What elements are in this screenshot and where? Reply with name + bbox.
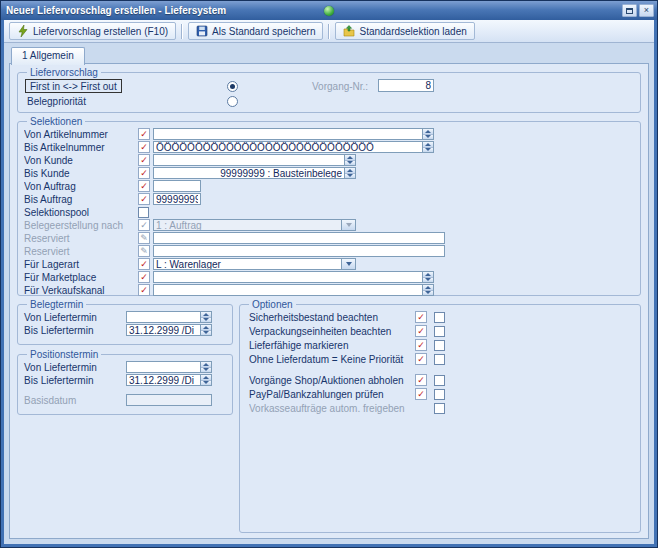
option-checkbox[interactable]	[434, 312, 445, 323]
lagerart-dropdown-button[interactable]	[341, 259, 355, 269]
option-row-paypal: PayPal/Bankzahlungen prüfen ✓	[246, 388, 634, 400]
option-row-shop-auktionen: Vorgänge Shop/Auktionen abholen ✓	[246, 374, 634, 386]
bottom-area: Belegtermin Von Liefertermin Bis Liefert…	[17, 299, 641, 533]
save-as-standard-button[interactable]: Als Standard speichern	[188, 22, 323, 40]
von-kunde-spinner[interactable]	[344, 155, 355, 165]
basisdatum-field	[126, 394, 212, 406]
bis-kunde-spinner[interactable]	[344, 168, 355, 178]
selektionspool-label: Selektionspool	[24, 207, 138, 218]
group-selektionen: Selektionen Von Artikelnummer ✓ Bis Arti…	[17, 116, 641, 296]
selection-check-icon[interactable]: ✓	[138, 167, 150, 179]
option-check-icon[interactable]: ✓	[415, 374, 427, 386]
pos-bis-spinner[interactable]	[200, 375, 211, 385]
pos-von-spinner[interactable]	[200, 362, 211, 372]
marketplace-spinner[interactable]	[422, 272, 433, 282]
option-checkbox[interactable]	[434, 389, 445, 400]
create-delivery-proposal-button[interactable]: Liefervorschlag erstellen (F10)	[9, 22, 176, 40]
von-artikelnummer-spinner[interactable]	[422, 129, 433, 139]
beleg-von-row: Von Liefertermin	[24, 311, 226, 323]
load-standard-selection-label: Standardselektion laden	[359, 26, 466, 37]
von-artikelnummer-input[interactable]	[154, 129, 422, 139]
pos-von-input[interactable]	[127, 362, 200, 372]
option-checkbox[interactable]	[434, 403, 445, 414]
marketplace-input[interactable]	[154, 272, 422, 282]
restore-icon	[626, 8, 633, 14]
reserviert2-label: Reserviert	[24, 246, 138, 257]
beleg-von-field	[126, 311, 212, 323]
selection-check-icon-disabled: ✓	[138, 219, 150, 231]
group-optionen: Optionen Sicherheitsbestand beachten ✓ V…	[239, 299, 641, 533]
selection-check-icon[interactable]: ✓	[138, 141, 150, 153]
bis-artikelnummer-input[interactable]	[154, 142, 422, 152]
selection-check-icon[interactable]: ✓	[138, 271, 150, 283]
priority-radio[interactable]	[227, 96, 238, 107]
fifo-radio[interactable]	[227, 81, 238, 92]
verkaufskanal-label: Für Verkaufskanal	[24, 285, 138, 296]
von-auftrag-field	[153, 180, 201, 192]
window-controls: ×	[622, 4, 654, 17]
selection-check-icon[interactable]: ✓	[138, 258, 150, 270]
selection-check-icon[interactable]: ✓	[138, 193, 150, 205]
reserviert1-field	[153, 232, 445, 244]
option-label: Verpackungseinheiten beachten	[249, 326, 415, 337]
option-row-ohne-lieferdatum: Ohne Lieferdatum = Keine Priorität ✓	[246, 353, 634, 365]
create-delivery-proposal-label: Liefervorschlag erstellen (F10)	[33, 26, 168, 37]
option-check-icon[interactable]: ✓	[415, 325, 427, 337]
toolbar-separator	[181, 24, 183, 39]
von-kunde-label: Von Kunde	[24, 155, 138, 166]
load-folder-icon	[343, 25, 355, 37]
lagerart-input[interactable]	[154, 259, 341, 269]
selection-check-icon[interactable]: ✓	[138, 154, 150, 166]
option-checkbox[interactable]	[434, 375, 445, 386]
option-row-lieferfaehige: Lieferfähige markieren ✓	[246, 339, 634, 351]
option-checkbox[interactable]	[434, 340, 445, 351]
lagerart-label: Für Lagerart	[24, 259, 138, 270]
close-button[interactable]: ×	[639, 4, 654, 17]
von-auftrag-input[interactable]	[154, 181, 200, 191]
group-optionen-title: Optionen	[249, 299, 296, 310]
option-check-icon[interactable]: ✓	[415, 353, 427, 365]
load-standard-selection-button[interactable]: Standardselektion laden	[335, 22, 474, 40]
window-title: Neuer Liefervorschlag erstellen - Liefer…	[6, 5, 226, 16]
reserviert2-input	[154, 246, 444, 256]
selection-check-icon[interactable]: ✓	[138, 180, 150, 192]
basisdatum-input	[127, 395, 211, 405]
marketplace-field	[153, 271, 434, 283]
verkaufskanal-input[interactable]	[154, 285, 422, 295]
von-kunde-row: Von Kunde ✓	[24, 154, 634, 166]
bis-artikelnummer-spinner[interactable]	[422, 142, 433, 152]
option-check-icon[interactable]: ✓	[415, 339, 427, 351]
toolbar: Liefervorschlag erstellen (F10) Als Stan…	[4, 20, 654, 43]
tab-allgemein[interactable]: 1 Allgemein	[11, 47, 85, 65]
title-bar: Neuer Liefervorschlag erstellen - Liefer…	[1, 1, 657, 20]
window-frame: Liefervorschlag erstellen (F10) Als Stan…	[1, 20, 657, 547]
option-checkbox[interactable]	[434, 354, 445, 365]
bis-kunde-input[interactable]	[154, 168, 344, 178]
verkaufskanal-field	[153, 284, 434, 296]
bis-artikelnummer-row: Bis Artikelnummer ✓	[24, 141, 634, 153]
vorgang-nr-input[interactable]	[379, 80, 433, 91]
beleg-bis-input[interactable]	[127, 325, 200, 335]
close-icon: ×	[644, 6, 649, 15]
pos-von-field	[126, 361, 212, 373]
option-check-icon[interactable]: ✓	[415, 311, 427, 323]
selektionspool-checkbox[interactable]	[138, 207, 149, 218]
restore-button[interactable]	[622, 4, 637, 17]
verkaufskanal-spinner[interactable]	[422, 285, 433, 295]
selection-check-icon[interactable]: ✓	[138, 284, 150, 296]
beleg-von-input[interactable]	[127, 312, 200, 322]
pos-bis-row: Bis Liefertermin	[24, 374, 226, 386]
von-kunde-input[interactable]	[154, 155, 344, 165]
bis-auftrag-input[interactable]	[154, 194, 200, 204]
option-check-icon[interactable]: ✓	[415, 388, 427, 400]
beleg-bis-spinner[interactable]	[200, 325, 211, 335]
selection-check-icon[interactable]: ✓	[138, 128, 150, 140]
pos-bis-input[interactable]	[127, 375, 200, 385]
bis-artikelnummer-label: Bis Artikelnummer	[24, 142, 138, 153]
von-artikelnummer-field	[153, 128, 434, 140]
beleg-bis-row: Bis Liefertermin	[24, 324, 226, 336]
beleg-von-spinner[interactable]	[200, 312, 211, 322]
pos-bis-field	[126, 374, 212, 386]
option-checkbox[interactable]	[434, 326, 445, 337]
group-selektionen-title: Selektionen	[27, 116, 85, 127]
